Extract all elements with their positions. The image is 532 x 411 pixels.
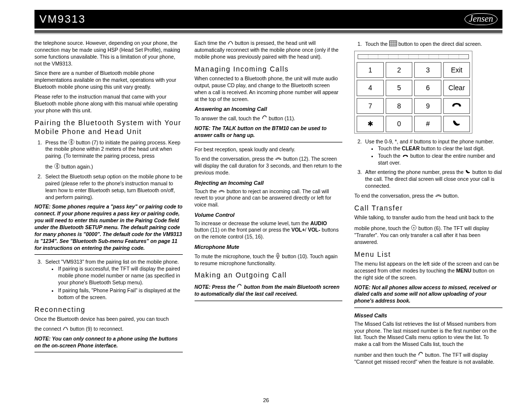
list-item: Touch the button to clear the entire num… bbox=[378, 153, 502, 167]
body-text: For best reception, speak loudly and cle… bbox=[195, 146, 343, 153]
heading-reconnecting: Reconnecting bbox=[34, 305, 183, 314]
model-number: VM9313 bbox=[39, 13, 86, 26]
hangup-icon bbox=[218, 189, 225, 196]
connect-icon bbox=[228, 40, 233, 47]
body-text: To end the conversation, press the butto… bbox=[354, 193, 502, 200]
list-item: Select the Bluetooth setup option on the… bbox=[43, 173, 183, 201]
key-3[interactable]: 3 bbox=[414, 62, 441, 78]
dial-steps: Touch the button to open the direct dial… bbox=[363, 40, 502, 48]
note-talk: NOTE: The TALK button on the BTM10 can b… bbox=[195, 125, 343, 139]
connect-icon bbox=[63, 326, 68, 333]
note-rule bbox=[195, 301, 343, 301]
page-number: 26 bbox=[0, 397, 532, 403]
key-8[interactable]: 8 bbox=[386, 98, 413, 114]
call-icon bbox=[465, 169, 471, 176]
key-hangup[interactable] bbox=[443, 98, 470, 114]
key-6[interactable]: 6 bbox=[414, 80, 441, 96]
key-5[interactable]: 5 bbox=[386, 80, 413, 96]
subheading-answering: Answering an Incoming Call bbox=[195, 105, 343, 113]
hangup-icon bbox=[435, 193, 442, 200]
page-header: VM9313 Jensen bbox=[34, 10, 502, 29]
header-rule-thin bbox=[34, 34, 502, 34]
column-3: Touch the button to open the direct dial… bbox=[354, 40, 502, 369]
manual-page: VM9313 Jensen the telephone source. Howe… bbox=[0, 0, 532, 411]
list-item: Use the 0-9, *, and # buttons to input t… bbox=[363, 138, 502, 167]
column-2: Each time the button is pressed, the hea… bbox=[195, 40, 343, 369]
body-text: Since there are a number of Bluetooth mo… bbox=[34, 70, 183, 91]
body-text: To end the conversation, press the butto… bbox=[195, 156, 343, 176]
answer-icon bbox=[262, 115, 267, 123]
key-1[interactable]: 1 bbox=[357, 62, 384, 78]
heading-outgoing: Making an Outgoing Call bbox=[195, 271, 343, 279]
bluetooth-icon bbox=[68, 139, 74, 147]
body-text: The menu list appears on the left side o… bbox=[354, 261, 502, 281]
direct-dial-screen: 1 2 3 Exit 4 5 6 Clear 7 8 9 ✱ 0 # bbox=[354, 51, 472, 134]
body-text: mobile phone, touch the button (6). The … bbox=[354, 224, 502, 246]
note-rule bbox=[34, 254, 183, 255]
list-item: If pairing fails, "Phone Pairing Fail" i… bbox=[58, 287, 183, 301]
body-text: To answer the call, touch the button (11… bbox=[195, 114, 343, 122]
body-text: Please refer to the instruction manual t… bbox=[34, 94, 183, 114]
list-item: If pairing is successful, the TFT will d… bbox=[58, 266, 183, 286]
key-exit[interactable]: Exit bbox=[443, 62, 470, 78]
hangup-icon bbox=[451, 102, 463, 108]
body-text: Once the Bluetooth device has been paire… bbox=[34, 316, 183, 323]
column-1: the telephone source. However, depending… bbox=[34, 40, 183, 369]
subheading-missed: Missed Calls bbox=[354, 312, 502, 319]
subheading-mic: Microphone Mute bbox=[195, 243, 343, 251]
key-clear[interactable]: Clear bbox=[443, 80, 470, 96]
heading-managing: Managing Incoming Calls bbox=[195, 65, 343, 73]
subheading-volume: Volume Control bbox=[195, 211, 343, 219]
body-text: To mute the microphone, touch the button… bbox=[195, 252, 343, 267]
key-star[interactable]: ✱ bbox=[357, 116, 384, 132]
bluetooth-icon bbox=[54, 163, 60, 171]
hangup-icon bbox=[275, 156, 282, 163]
header-rule-thick bbox=[34, 30, 502, 33]
call-icon bbox=[452, 119, 462, 127]
key-hash[interactable]: # bbox=[414, 116, 441, 132]
note-rule bbox=[354, 308, 502, 308]
body-text: number and then touch the button. The TF… bbox=[354, 351, 502, 366]
answer-icon bbox=[418, 351, 424, 359]
heading-menulist: Menu List bbox=[354, 250, 502, 259]
body-text: Each time the button is pressed, the hea… bbox=[195, 40, 343, 61]
list-item: Touch the button to open the direct dial… bbox=[363, 40, 502, 48]
note-connect: NOTE: You can only connect to a phone us… bbox=[34, 336, 183, 349]
key-9[interactable]: 9 bbox=[414, 98, 441, 114]
note-phonebook: NOTE: Not all phones allow access to mis… bbox=[354, 284, 502, 305]
key-0[interactable]: 0 bbox=[386, 116, 413, 132]
list-item: Press the button (7) to initiate the pai… bbox=[43, 138, 183, 171]
body-text: To increase or decrease the volume level… bbox=[195, 220, 343, 241]
list-item: Select "VM9313" from the pairing list on… bbox=[43, 259, 183, 301]
note-rule bbox=[34, 352, 183, 352]
body-text: While talking, to transfer audio from th… bbox=[354, 214, 502, 221]
answer-icon bbox=[236, 283, 242, 291]
note-redial: NOTE: Press the button from the main Blu… bbox=[195, 283, 343, 298]
key-4[interactable]: 4 bbox=[357, 80, 384, 96]
key-2[interactable]: 2 bbox=[386, 62, 413, 78]
transfer-icon bbox=[411, 225, 417, 233]
pairing-steps-cont: Select "VM9313" from the pairing list on… bbox=[43, 259, 183, 301]
dial-display bbox=[358, 54, 469, 59]
body-text: The Missed Calls list retrieves the list… bbox=[354, 321, 502, 348]
body-text: the connect button (9) to reconnect. bbox=[34, 326, 183, 333]
keypad-icon bbox=[389, 40, 397, 48]
subheading-rejecting: Rejecting an Incoming Call bbox=[195, 179, 343, 187]
body-text: When connected to a Bluetooth phone, the… bbox=[195, 75, 343, 103]
brand-logo: Jensen bbox=[465, 13, 498, 25]
heading-transfer: Call Transfer bbox=[354, 204, 502, 212]
hangup-icon bbox=[402, 153, 409, 160]
heading-pairing: Pairing the Bluetooth System with Your M… bbox=[34, 118, 183, 137]
list-item: Touch the CLEAR button to clear the last… bbox=[378, 145, 502, 152]
body-text: Touch the button to reject an incoming c… bbox=[195, 188, 343, 209]
pairing-steps: Press the button (7) to initiate the pai… bbox=[43, 138, 183, 201]
key-call[interactable] bbox=[443, 116, 470, 132]
body-text: the telephone source. However, depending… bbox=[34, 40, 183, 67]
svg-rect-2 bbox=[277, 253, 279, 256]
mic-icon bbox=[275, 253, 280, 261]
keypad-grid: 1 2 3 Exit 4 5 6 Clear 7 8 9 ✱ 0 # bbox=[357, 62, 470, 132]
list-item: After entering the phone number, press t… bbox=[363, 169, 502, 190]
note-rule bbox=[195, 142, 343, 142]
key-7[interactable]: 7 bbox=[357, 98, 384, 114]
note-passkey: NOTE: Some phones require a "pass key" o… bbox=[34, 204, 183, 251]
